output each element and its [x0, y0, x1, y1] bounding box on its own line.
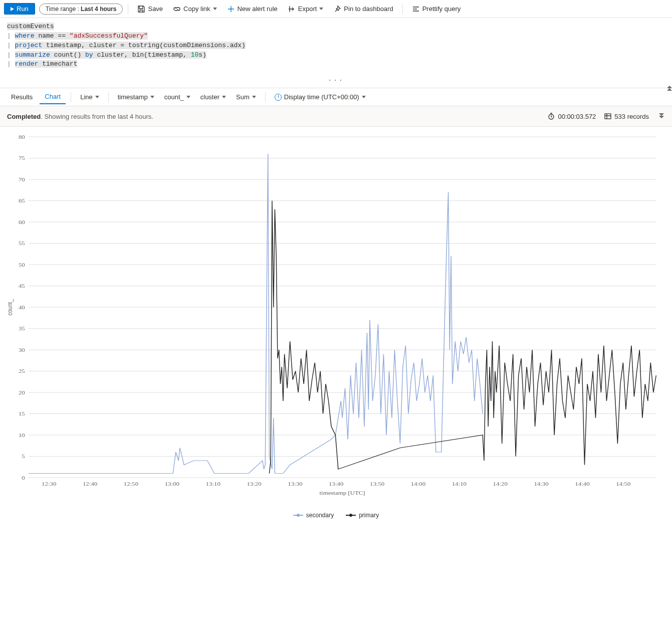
legend-secondary[interactable]: secondary	[293, 512, 334, 519]
xaxis-select[interactable]: timestamp	[114, 91, 158, 103]
tab-chart[interactable]: Chart	[40, 90, 66, 104]
timerange-value: Last 4 hours	[81, 6, 116, 13]
status-completed: Completed	[7, 113, 41, 120]
svg-text:14:10: 14:10	[452, 481, 467, 487]
copy-link-button[interactable]: Copy link	[169, 3, 220, 15]
query-editor[interactable]: customEvents | where name == "adxSuccess…	[0, 18, 672, 88]
svg-text:40: 40	[19, 304, 25, 311]
svg-text:14:40: 14:40	[575, 481, 589, 487]
chevron-down-icon	[222, 96, 226, 98]
pin-button[interactable]: Pin to dashboard	[329, 3, 397, 15]
svg-text:13:40: 13:40	[329, 481, 343, 487]
stopwatch-icon	[547, 112, 555, 120]
export-button[interactable]: Export	[284, 3, 328, 15]
divider	[265, 92, 266, 102]
divider	[71, 92, 71, 102]
timechart[interactable]: 0510152025303540455055606570758012:3012:…	[5, 132, 662, 503]
chevron-down-icon	[319, 8, 323, 10]
chevron-down-icon	[95, 96, 99, 98]
svg-text:15: 15	[19, 410, 25, 417]
save-button[interactable]: Save	[133, 3, 167, 15]
chart-legend: secondary primary	[0, 508, 672, 523]
svg-text:60: 60	[19, 219, 25, 226]
tab-results[interactable]: Results	[6, 90, 38, 104]
run-button[interactable]: Run	[4, 3, 35, 15]
run-label: Run	[17, 5, 29, 13]
divider	[402, 4, 403, 14]
svg-text:25: 25	[19, 368, 25, 374]
svg-text:13:50: 13:50	[370, 481, 384, 487]
collapse-dots[interactable]: ···	[328, 76, 344, 86]
legend-line-icon	[346, 515, 356, 516]
chevron-down-icon	[362, 96, 366, 98]
svg-text:30: 30	[19, 347, 25, 353]
yaxis-select[interactable]: count_	[160, 91, 194, 103]
svg-text:12:40: 12:40	[83, 481, 97, 487]
svg-text:50: 50	[19, 262, 25, 268]
svg-text:35: 35	[19, 325, 25, 332]
svg-text:count_: count_	[6, 299, 14, 315]
editor-line-1: customEvents	[7, 23, 54, 30]
svg-text:10: 10	[19, 432, 25, 439]
chevron-down-icon	[252, 96, 256, 98]
chart-area: 0510152025303540455055606570758012:3012:…	[0, 127, 672, 508]
svg-rect-1	[605, 114, 611, 119]
legend-primary[interactable]: primary	[346, 512, 379, 519]
svg-text:55: 55	[19, 240, 25, 247]
svg-text:0: 0	[22, 475, 25, 481]
svg-text:14:00: 14:00	[411, 481, 425, 487]
record-count: 533 records	[600, 110, 653, 122]
chevron-down-icon	[213, 8, 217, 10]
chevron-down-icon	[186, 96, 190, 98]
svg-text:70: 70	[19, 176, 25, 183]
svg-text:20: 20	[19, 389, 25, 396]
aggregation-select[interactable]: Sum	[232, 91, 260, 103]
pin-icon	[333, 5, 341, 13]
svg-text:5: 5	[22, 453, 25, 460]
export-icon	[288, 5, 296, 13]
prettify-button[interactable]: Prettify query	[408, 3, 465, 15]
clock-icon	[275, 94, 282, 101]
results-toolbar: Results Chart Line timestamp count_ clus…	[0, 88, 672, 106]
divider	[108, 92, 109, 102]
elapsed-time: 00:00:03.572	[543, 110, 600, 122]
divider	[128, 4, 128, 14]
series-select[interactable]: cluster	[196, 91, 230, 103]
link-icon	[173, 5, 181, 13]
svg-text:13:10: 13:10	[206, 481, 220, 487]
chevron-down-icon	[150, 96, 154, 98]
save-icon	[137, 5, 145, 13]
svg-text:13:00: 13:00	[165, 481, 179, 487]
play-icon	[11, 7, 14, 11]
svg-text:12:30: 12:30	[42, 481, 56, 487]
chart-type-select[interactable]: Line	[76, 91, 103, 103]
svg-text:timestamp [UTC]: timestamp [UTC]	[319, 490, 365, 496]
status-bar: Completed. Showing results from the last…	[0, 106, 672, 127]
plus-icon	[227, 5, 235, 13]
svg-text:13:30: 13:30	[288, 481, 302, 487]
svg-text:14:20: 14:20	[493, 481, 508, 487]
svg-text:75: 75	[19, 155, 25, 161]
svg-text:13:20: 13:20	[247, 481, 261, 487]
svg-text:14:50: 14:50	[616, 481, 630, 487]
svg-text:45: 45	[19, 283, 25, 289]
time-range-picker[interactable]: Time range : Last 4 hours	[39, 4, 123, 15]
svg-text:65: 65	[19, 197, 25, 204]
display-time-select[interactable]: Display time (UTC+00:00)	[271, 91, 370, 103]
legend-line-icon	[293, 515, 303, 516]
table-icon	[604, 112, 612, 120]
chevron-double-down-icon[interactable]	[659, 113, 665, 119]
query-toolbar: Run Time range : Last 4 hours Save Copy …	[0, 0, 672, 18]
format-icon	[412, 5, 420, 13]
svg-text:12:50: 12:50	[124, 481, 138, 487]
timerange-prefix: Time range :	[46, 6, 81, 13]
svg-text:14:30: 14:30	[534, 481, 548, 487]
svg-text:80: 80	[19, 134, 25, 140]
new-alert-button[interactable]: New alert rule	[223, 3, 282, 15]
status-detail: . Showing results from the last 4 hours.	[41, 113, 153, 120]
